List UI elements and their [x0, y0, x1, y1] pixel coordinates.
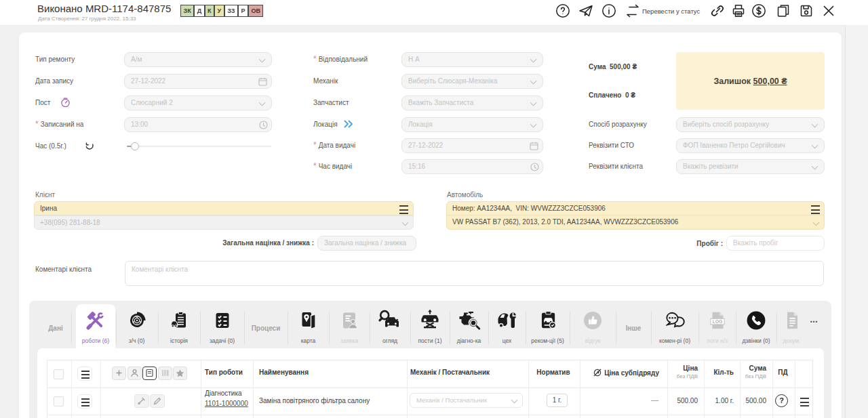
svg-text:LOG: LOG — [712, 319, 722, 324]
